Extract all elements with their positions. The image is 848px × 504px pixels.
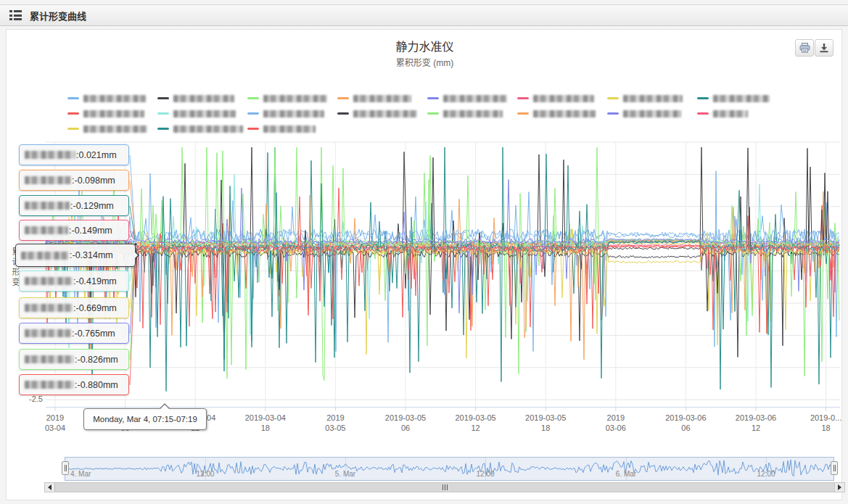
list-icon[interactable] <box>9 10 22 20</box>
x-tick-label: 201903-04 <box>22 413 88 433</box>
navigator-tick-label: 12:00 <box>184 470 227 478</box>
x-tick-label: 2019-03-0518 <box>513 413 578 433</box>
tooltip-series-name-redacted <box>25 151 75 159</box>
navigator-tick-label: 6. Mar <box>604 470 648 478</box>
main-chart-svg[interactable] <box>7 30 843 427</box>
tooltip-series-name-redacted <box>25 304 73 312</box>
tooltip-value: :-0.826mm <box>75 355 118 365</box>
tooltip-value: :-0.314mm <box>70 250 113 260</box>
x-tick-label: 201903-05 <box>302 413 368 433</box>
scrollbar[interactable] <box>44 482 845 492</box>
tooltip-value: :-0.880mm <box>75 380 118 390</box>
navigator-handle-left[interactable] <box>62 461 69 475</box>
x-tick-label: 2019-03-0606 <box>653 413 718 433</box>
tooltip-series-name-redacted <box>25 277 73 285</box>
navigator-handle-right[interactable] <box>831 461 838 475</box>
tooltip-value: :-0.129mm <box>70 201 114 211</box>
tooltip-value: :0.021mm <box>76 150 117 160</box>
scrollbar-right-button[interactable] <box>834 483 844 492</box>
navigator[interactable]: 4. Mar12:005. Mar12:006. Mar12:00 <box>65 457 834 481</box>
navigator-tick-label: 12:00 <box>744 470 788 478</box>
tooltip-value: :-0.669mm <box>73 303 117 313</box>
tooltip-box: :-0.880mm <box>19 374 129 395</box>
tooltip-value: :-0.419mm <box>73 276 117 286</box>
scrollbar-thumb[interactable] <box>54 483 835 492</box>
navigator-series <box>65 458 833 480</box>
page-title: 累计形变曲线 <box>30 9 86 22</box>
tooltip-date-text: Monday, Mar 4, 07:15-07:19 <box>93 415 197 424</box>
tooltip-box: :-0.129mm <box>19 195 129 216</box>
tooltip-series-name-redacted <box>25 381 74 389</box>
x-tick-label: 2019-03-0506 <box>373 413 438 433</box>
x-tick-label: 2019-0...18 <box>794 413 848 433</box>
x-tick-label: 201903-06 <box>583 413 649 433</box>
navigator-tick-label: 12:00 <box>464 470 507 478</box>
chart-panel: 静力水准仪 累积形变 (mm) 累计形变 -2.5 201903-042019-… <box>6 29 842 500</box>
tooltip-value: :-0.765mm <box>72 329 115 339</box>
arrow-right-icon <box>838 484 841 490</box>
tooltip-series-name-redacted <box>25 202 70 210</box>
tooltip-series-name-redacted <box>25 329 71 337</box>
arrow-left-icon <box>48 484 52 490</box>
tooltip-value: :-0.098mm <box>72 175 115 186</box>
tooltip-box: :-0.098mm <box>19 170 129 191</box>
tooltip-box: :-0.419mm <box>19 270 129 292</box>
tooltip-date-box: Monday, Mar 4, 07:15-07:19 <box>83 408 207 430</box>
x-tick-label: 2019-03-0512 <box>443 413 509 433</box>
tooltip-box: :-0.314mm <box>15 244 136 267</box>
navigator-tick-label: 5. Mar <box>324 470 367 478</box>
tooltip-series-name-redacted <box>25 226 68 234</box>
x-tick-label: 2019-03-0612 <box>723 413 789 433</box>
y-axis-min-label: -2.5 <box>20 394 43 403</box>
x-tick-label: 2019-03-0418 <box>233 413 298 433</box>
tooltip-series-name-redacted <box>25 176 71 184</box>
scrollbar-left-button[interactable] <box>45 483 55 492</box>
tooltip-value: :-0.149mm <box>69 226 112 236</box>
tooltip-series-name-redacted <box>21 252 69 260</box>
tooltip-box: :0.021mm <box>19 144 129 165</box>
navigator-tick-label: 4. Mar <box>70 470 114 478</box>
series-layer <box>46 147 839 392</box>
tooltip-box: :-0.826mm <box>19 349 129 370</box>
tooltip-box: :-0.149mm <box>19 220 129 241</box>
tooltip-series-name-redacted <box>25 355 74 363</box>
tooltip-box: :-0.669mm <box>19 297 129 318</box>
tooltip-box: :-0.765mm <box>19 323 129 344</box>
top-bar: 累计形变曲线 <box>0 4 848 26</box>
